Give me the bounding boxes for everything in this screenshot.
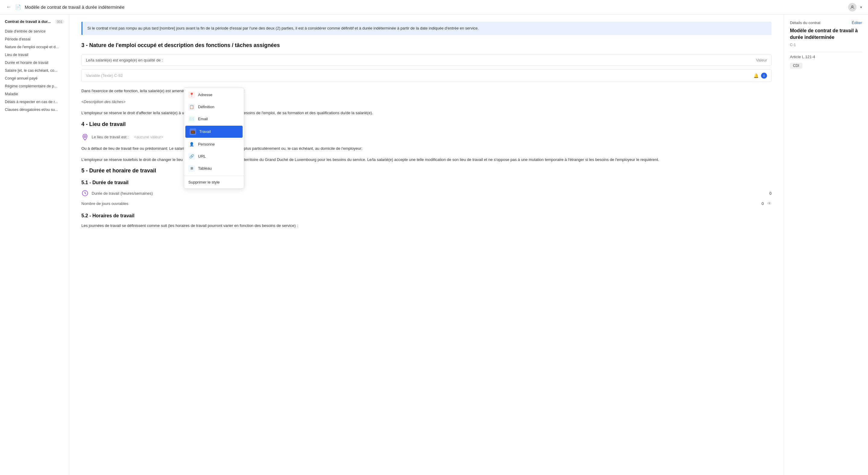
sidebar-item-essai[interactable]: Période d'essai xyxy=(0,35,69,43)
panel-contract-title: Modèle de contrat de travail à durée ind… xyxy=(790,27,862,41)
dropdown-item-personne[interactable]: 👤 Personne xyxy=(184,138,244,150)
travail-icon: 💼 xyxy=(190,128,196,135)
sidebar-item-conge[interactable]: Congé annuel payé xyxy=(0,74,69,82)
duration-label: Durée de travail (heures/semaines) xyxy=(92,191,767,196)
section52-para: Les journées de travail se définissent c… xyxy=(82,223,772,229)
qualite-field-row: Le/la salarié(e) est engagé(e) en qualit… xyxy=(82,55,772,66)
panel-badge: CDI xyxy=(790,63,802,69)
sidebar-item-duree[interactable]: Durée et horaire de travail xyxy=(0,59,69,67)
notice-bar: Si le contrat n'est pas rompu au plus ta… xyxy=(82,22,772,35)
personne-icon: 👤 xyxy=(188,141,195,148)
duration-value: 0 xyxy=(770,191,772,196)
sidebar-header: Contrat de travail à dur... 001 xyxy=(0,19,69,27)
right-panel: Détails du contrat Éditer Modèle de cont… xyxy=(784,14,868,475)
sidebar-item-maladie[interactable]: Maladie xyxy=(0,90,69,98)
duration-row: Durée de travail (heures/semaines) 0 xyxy=(82,190,772,197)
dropdown-label-personne: Personne xyxy=(198,142,215,147)
clock-icon xyxy=(82,190,89,197)
avatar-chevron[interactable]: ▾ xyxy=(860,5,862,9)
sidebar-item-date[interactable]: Date d'entrée de service xyxy=(0,27,69,35)
dropdown-item-email[interactable]: ✉️ Email xyxy=(184,113,244,125)
topbar: ← 📄 Modèle de contrat de travail à durée… xyxy=(0,0,868,14)
dropdown-label-travail: Travail xyxy=(199,129,211,134)
svg-point-1 xyxy=(84,136,86,137)
dropdown-label-definition: Définition xyxy=(198,104,214,109)
location-value: <aucune valeur> xyxy=(134,135,163,139)
field-actions: 🔔 i xyxy=(753,73,767,79)
panel-code: C-1 xyxy=(790,43,862,47)
bell-icon[interactable]: 🔔 xyxy=(753,73,758,78)
dropdown-item-url[interactable]: 🔗 URL xyxy=(184,150,244,162)
content-area: Si le contrat n'est pas rompu au plus ta… xyxy=(69,14,784,475)
variable-input-area[interactable]: Variable (Texte) C-92 🔔 i xyxy=(82,69,772,82)
dropdown-label-adresse: Adresse xyxy=(198,93,213,97)
info-button[interactable]: i xyxy=(761,73,767,79)
panel-header-title: Détails du contrat xyxy=(790,21,820,25)
panel-edit-link[interactable]: Éditer xyxy=(852,21,862,25)
days-value: 0 xyxy=(762,201,764,206)
avatar[interactable] xyxy=(848,3,857,11)
sidebar-item-lieu[interactable]: Lieu de travail xyxy=(0,51,69,59)
dropdown-label-email: Email xyxy=(198,117,208,121)
definition-icon: 📋 xyxy=(188,104,195,110)
days-label: Nombre de jours ouvrables xyxy=(82,201,762,206)
eye-icon[interactable]: 👁 xyxy=(767,201,772,206)
main-layout: Contrat de travail à dur... 001 Date d'e… xyxy=(0,14,868,475)
qualite-value: Valeur xyxy=(756,58,767,62)
dropdown-item-travail[interactable]: 💼 Travail xyxy=(185,126,243,138)
dropdown-menu: 📍 Adresse 📋 Définition ✉️ Email 💼 Travai… xyxy=(184,87,244,189)
dropdown-label-tableau: Tableau xyxy=(198,166,212,170)
qualite-label: Le/la salarié(e) est engagé(e) en qualit… xyxy=(86,58,752,62)
sidebar: Contrat de travail à dur... 001 Date d'e… xyxy=(0,14,69,475)
panel-article: Article L.121-4 xyxy=(790,55,862,59)
sidebar-badge: 001 xyxy=(55,20,64,24)
location-label: Le lieu de travail est : xyxy=(92,135,129,139)
variable-container: Variable (Texte) C-92 🔔 i 📍 Adresse 📋 xyxy=(82,69,772,82)
section52-title: 5.2 - Horaires de travail xyxy=(82,213,772,219)
dropdown-label-url: URL xyxy=(198,154,206,159)
dropdown-item-definition[interactable]: 📋 Définition xyxy=(184,101,244,113)
location-icon xyxy=(82,133,89,141)
page-title: Modèle de contrat de travail à durée ind… xyxy=(25,4,844,10)
address-icon: 📍 xyxy=(188,92,195,98)
dropdown-item-tableau[interactable]: ⊞ Tableau xyxy=(184,162,244,175)
sidebar-item-clauses[interactable]: Clauses dérogatoires et/ou su... xyxy=(0,106,69,114)
svg-point-0 xyxy=(851,5,853,7)
tableau-icon: ⊞ xyxy=(188,165,195,172)
panel-divider xyxy=(790,52,862,52)
dropdown-item-adresse[interactable]: 📍 Adresse xyxy=(184,89,244,101)
sidebar-item-regime[interactable]: Régime complémentaire de p... xyxy=(0,82,69,90)
days-row: Nombre de jours ouvrables 0 👁 xyxy=(82,200,772,207)
back-button[interactable]: ← xyxy=(6,4,11,10)
email-icon: ✉️ xyxy=(188,116,195,122)
doc-icon: 📄 xyxy=(15,4,21,10)
sidebar-item-salaire[interactable]: Salaire [et, le cas échéant, co... xyxy=(0,67,69,74)
variable-placeholder: Variable (Texte) C-92 xyxy=(86,73,123,78)
url-icon: 🔗 xyxy=(188,153,195,160)
section3-title: 3 - Nature de l'emploi occupé et descrip… xyxy=(82,42,772,49)
notice-text: Si le contrat n'est pas rompu au plus ta… xyxy=(87,26,478,30)
panel-header: Détails du contrat Éditer xyxy=(790,21,862,25)
sidebar-title: Contrat de travail à dur... xyxy=(5,19,51,24)
sidebar-item-nature[interactable]: Nature de l'emploi occupé et d... xyxy=(0,43,69,51)
dropdown-item-supprimer[interactable]: Supprimer le style xyxy=(184,177,244,187)
sidebar-item-delais[interactable]: Délais à respecter en cas de r... xyxy=(0,98,69,106)
